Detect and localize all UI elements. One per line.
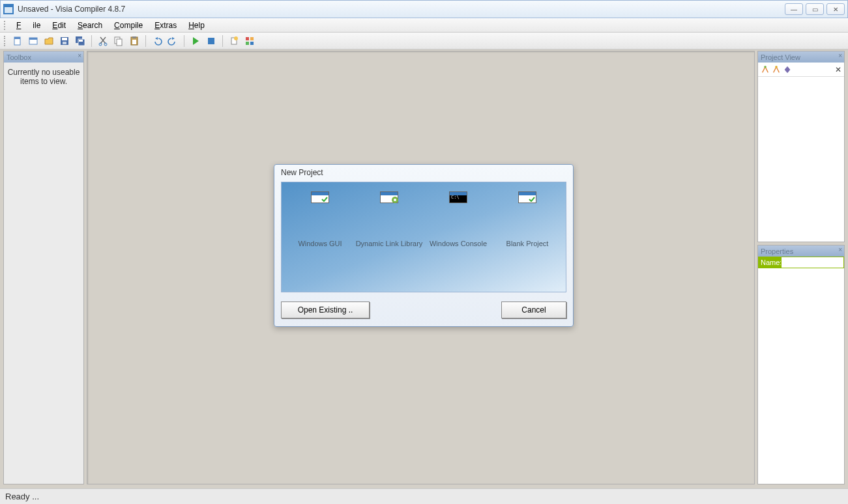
menu-compile[interactable]: Compile <box>108 21 149 30</box>
dialog-buttons: Open Existing .. Cancel <box>274 292 573 326</box>
run-button[interactable] <box>188 34 203 48</box>
svg-rect-19 <box>132 40 136 44</box>
properties-panel: Properties × Name: <box>757 245 845 484</box>
toolbox-panel: Toolbox × Currently no useable items to … <box>3 51 84 484</box>
svg-rect-18 <box>132 36 136 38</box>
pv-icon-3[interactable] <box>783 65 792 74</box>
undo-button[interactable] <box>150 34 164 48</box>
project-type-console[interactable]: C:\ Windows Console <box>424 191 493 292</box>
project-view-toolbar: ✕ <box>758 63 844 77</box>
svg-rect-16 <box>117 39 122 46</box>
menu-bar: FFileile Edit Search Compile Extras Help <box>0 18 848 33</box>
close-button[interactable]: ✕ <box>826 3 845 15</box>
svg-point-27 <box>764 65 767 68</box>
toolbox-close-icon[interactable]: × <box>78 52 81 59</box>
open-existing-button[interactable]: Open Existing .. <box>281 301 370 318</box>
project-view-close-icon[interactable]: × <box>838 52 842 59</box>
window-title: Unsaved - Visia Compiler 4.8.7 <box>18 5 125 14</box>
new-project-dialog: New Project Windows GUI Dynamic Link Lib… <box>274 164 574 327</box>
toolbar <box>0 33 848 49</box>
window-titlebar: Unsaved - Visia Compiler 4.8.7 — ▭ ✕ <box>0 0 848 18</box>
copy-button[interactable] <box>111 34 126 48</box>
status-bar: Ready ... <box>0 488 848 504</box>
svg-rect-25 <box>246 42 249 45</box>
pv-icon-1[interactable] <box>761 65 770 74</box>
properties-close-icon[interactable]: × <box>838 246 842 253</box>
blank-icon <box>518 191 536 203</box>
svg-rect-26 <box>250 42 254 45</box>
pv-icon-2[interactable] <box>772 65 781 74</box>
maximize-button[interactable]: ▭ <box>806 3 824 15</box>
project-type-label: Dynamic Link Library <box>356 240 423 248</box>
project-view-title: Project View <box>761 53 800 61</box>
property-name-label: Name: <box>758 257 781 268</box>
stop-button[interactable] <box>204 34 218 48</box>
svg-rect-8 <box>62 38 67 40</box>
status-text: Ready ... <box>5 492 39 501</box>
pv-collapse-icon[interactable]: ✕ <box>835 65 841 74</box>
properties-title: Properties <box>761 247 793 255</box>
menu-extras[interactable]: Extras <box>149 21 183 30</box>
toolbox-header: Toolbox × <box>4 51 83 63</box>
svg-rect-9 <box>63 42 66 44</box>
add-file-button[interactable] <box>227 34 241 48</box>
cut-button[interactable] <box>96 34 110 48</box>
paste-button[interactable] <box>127 34 141 48</box>
svg-rect-4 <box>14 37 20 39</box>
project-type-blank[interactable]: Blank Project <box>493 191 562 292</box>
save-button[interactable] <box>57 34 72 48</box>
svg-rect-12 <box>79 40 83 42</box>
project-type-label: Windows Console <box>430 240 487 248</box>
svg-point-30 <box>394 199 396 201</box>
app-icon <box>3 4 14 14</box>
dialog-body: Windows GUI Dynamic Link Library C:\ Win… <box>281 182 566 292</box>
cancel-button[interactable]: Cancel <box>501 301 566 318</box>
new-file-button[interactable] <box>10 34 25 48</box>
toolbox-empty-text: Currently no useable items to view. <box>4 63 83 484</box>
project-view-panel: Project View × ✕ <box>757 51 845 242</box>
svg-point-22 <box>234 36 238 40</box>
menu-search[interactable]: Search <box>72 21 108 30</box>
menu-edit[interactable]: Edit <box>46 21 72 30</box>
menu-grip <box>4 21 7 30</box>
project-type-label: Blank Project <box>506 240 549 248</box>
properties-header: Properties × <box>758 245 844 257</box>
svg-rect-23 <box>246 37 249 40</box>
new-form-button[interactable] <box>26 34 40 48</box>
property-name-value[interactable] <box>781 257 844 268</box>
svg-rect-2 <box>5 5 12 7</box>
console-icon: C:\ <box>449 191 467 203</box>
svg-rect-20 <box>208 38 214 44</box>
property-row-name: Name: <box>758 257 844 268</box>
toolbox-title: Toolbox <box>7 53 31 61</box>
svg-rect-6 <box>29 38 37 40</box>
dll-icon <box>380 191 398 203</box>
save-all-button[interactable] <box>73 34 87 48</box>
right-column: Project View × ✕ Properties × Name: <box>757 51 845 484</box>
project-view-header: Project View × <box>758 51 844 63</box>
svg-rect-24 <box>250 37 254 40</box>
menu-file[interactable]: FFileile <box>10 21 46 30</box>
menu-help[interactable]: Help <box>183 21 211 30</box>
windows-gui-icon <box>311 191 329 203</box>
open-button[interactable] <box>42 34 56 48</box>
minimize-button[interactable]: — <box>785 3 803 15</box>
project-type-label: Windows GUI <box>298 240 342 248</box>
project-type-windows-gui[interactable]: Windows GUI <box>285 191 355 292</box>
dialog-title: New Project <box>274 165 573 182</box>
toolbar-grip <box>4 36 7 46</box>
project-type-dll[interactable]: Dynamic Link Library <box>355 191 424 292</box>
svg-point-28 <box>775 65 778 68</box>
options-button[interactable] <box>242 34 257 48</box>
redo-button[interactable] <box>166 34 180 48</box>
